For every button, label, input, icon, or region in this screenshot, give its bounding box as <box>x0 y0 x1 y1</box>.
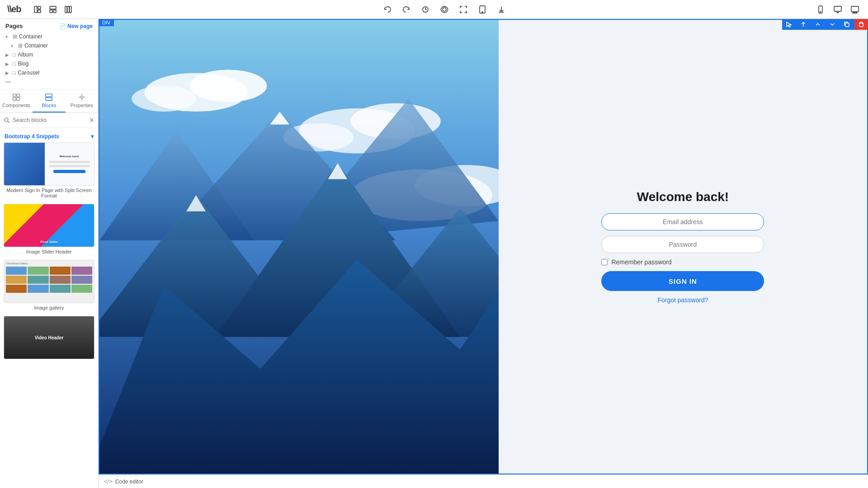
canvas-delete-button[interactable] <box>854 19 868 30</box>
app-logo: \\eb <box>7 4 21 14</box>
main-layout: Pages 📄 New page ▾ ⊞ Container ▾ ⊞ Conta… <box>0 19 868 488</box>
svg-rect-17 <box>853 12 857 13</box>
preview-image-panel <box>99 20 499 474</box>
svg-rect-28 <box>845 23 849 27</box>
slider-block-thumb: First Slide <box>4 204 94 247</box>
signin-block-card[interactable]: Welcome back! Modern Sign In Page with S… <box>4 142 94 198</box>
bootstrap-section-header[interactable]: Bootstrap 4 Snippets ▾ <box>0 131 98 142</box>
video-block-thumb-text: Video Header <box>35 335 64 340</box>
canvas-toolbar <box>782 19 868 30</box>
svg-rect-8 <box>70 6 71 13</box>
tree-chevron: ▶ <box>5 61 11 66</box>
tree-item-container-1[interactable]: ▾ ⊞ Container <box>0 32 98 41</box>
svg-rect-3 <box>50 6 56 9</box>
tab-components[interactable]: Components <box>0 89 33 113</box>
preview-button[interactable] <box>439 4 450 15</box>
page-tree: ▾ ⊞ Container ▾ ⊞ Container ▶ □ Album ▶ … <box>0 31 98 89</box>
tablet-preview-button[interactable] <box>476 4 488 15</box>
pages-header: Pages 📄 New page <box>0 19 98 31</box>
tree-icon: □ <box>13 61 16 67</box>
forgot-password-link[interactable]: Forgot password? <box>657 296 708 304</box>
tree-chevron: ▾ <box>11 43 16 48</box>
tree-item-blog[interactable]: ▶ □ Blog <box>0 59 98 68</box>
tab-properties-label: Properties <box>71 103 93 108</box>
svg-rect-1 <box>38 6 41 9</box>
svg-line-26 <box>8 121 9 123</box>
search-blocks-input[interactable] <box>13 117 86 123</box>
svg-rect-16 <box>851 6 859 12</box>
preview-password-input[interactable] <box>601 236 764 253</box>
tree-item-container-2[interactable]: ▾ ⊞ Container <box>0 41 98 50</box>
svg-point-25 <box>5 118 8 122</box>
tree-chevron: ▾ <box>5 34 11 39</box>
slider-block-card[interactable]: First Slide Image Slider Header <box>4 204 94 254</box>
layout-icon-1[interactable] <box>32 4 43 15</box>
svg-rect-0 <box>34 6 37 13</box>
svg-point-10 <box>443 8 446 11</box>
svg-rect-22 <box>46 94 52 97</box>
signin-block-thumb: Welcome back! <box>4 142 94 186</box>
download-button[interactable] <box>495 4 507 15</box>
fullscreen-button[interactable] <box>458 4 469 15</box>
tree-item-more[interactable]: — <box>0 77 98 86</box>
bootstrap-section-chevron: ▾ <box>91 133 94 140</box>
mountain-svg <box>99 20 499 474</box>
tree-label: Container <box>24 42 48 49</box>
canvas-moveup-button[interactable] <box>797 19 810 30</box>
redo-button[interactable] <box>401 4 412 15</box>
svg-rect-15 <box>834 6 841 11</box>
desktop-view-button[interactable] <box>832 4 844 15</box>
video-block-thumb: Video Header <box>4 316 94 359</box>
tree-chevron: ▶ <box>5 52 11 57</box>
tree-icon: ⊞ <box>18 42 23 49</box>
topbar-right <box>815 4 861 15</box>
svg-rect-21 <box>17 98 19 100</box>
code-editor-label: Code editor <box>115 479 143 485</box>
svg-rect-6 <box>65 6 67 13</box>
tree-item-album[interactable]: ▶ □ Album <box>0 50 98 59</box>
canvas-arrowup-button[interactable] <box>811 19 825 30</box>
left-panel: Pages 📄 New page ▾ ⊞ Container ▾ ⊞ Conta… <box>0 19 99 488</box>
tree-label: Blog <box>18 61 28 67</box>
tab-properties[interactable]: Properties <box>66 89 98 113</box>
canvas-select-button[interactable] <box>782 19 796 30</box>
tree-item-carousel[interactable]: ▶ □ Carousel <box>0 68 98 77</box>
svg-point-33 <box>132 86 196 112</box>
remember-row: Remember password <box>601 258 764 266</box>
div-label: DIV <box>99 19 114 26</box>
search-icon <box>4 117 10 123</box>
preview-welcome-title: Welcome back! <box>637 190 729 204</box>
layout-icon-3[interactable] <box>62 4 74 15</box>
tree-label: Album <box>18 52 33 58</box>
new-page-button[interactable]: 📄 New page <box>59 23 93 29</box>
layout-icon-2[interactable] <box>47 4 59 15</box>
tree-chevron: ▶ <box>5 70 11 75</box>
refresh-button[interactable] <box>420 4 431 15</box>
gallery-block-label: Image gallery <box>4 305 94 310</box>
remember-checkbox[interactable] <box>601 259 608 265</box>
code-editor-bar[interactable]: </> Code editor <box>99 474 868 488</box>
signin-block-label: Modern Sign In Page with Split Screen Fo… <box>4 188 94 198</box>
tab-blocks[interactable]: Blocks <box>33 89 65 113</box>
svg-point-24 <box>80 96 83 98</box>
mobile-view-button[interactable] <box>815 4 826 15</box>
svg-point-32 <box>189 70 267 102</box>
signin-button[interactable]: SIGN IN <box>601 271 764 291</box>
svg-point-14 <box>820 11 821 12</box>
canvas-arrowdown-button[interactable] <box>826 19 839 30</box>
svg-rect-2 <box>38 10 41 13</box>
gallery-block-thumb: Thumbnail Gallery <box>4 260 94 303</box>
search-close-button[interactable]: ✕ <box>89 117 94 124</box>
monitor-fullscreen-button[interactable] <box>849 4 861 15</box>
video-block-card[interactable]: Video Header <box>4 316 94 359</box>
code-editor-icon: </> <box>104 478 113 485</box>
preview-form-panel: Welcome back! Remember password SIGN IN … <box>499 20 867 474</box>
svg-rect-29 <box>859 23 863 27</box>
tab-blocks-label: Blocks <box>42 103 56 108</box>
undo-button[interactable] <box>382 4 393 15</box>
signin-page-preview: Welcome back! Remember password SIGN IN … <box>99 19 868 474</box>
gallery-block-card[interactable]: Thumbnail Gallery <box>4 260 94 310</box>
canvas-copy-button[interactable] <box>840 19 854 30</box>
svg-rect-20 <box>13 98 16 100</box>
preview-email-input[interactable] <box>601 213 764 230</box>
